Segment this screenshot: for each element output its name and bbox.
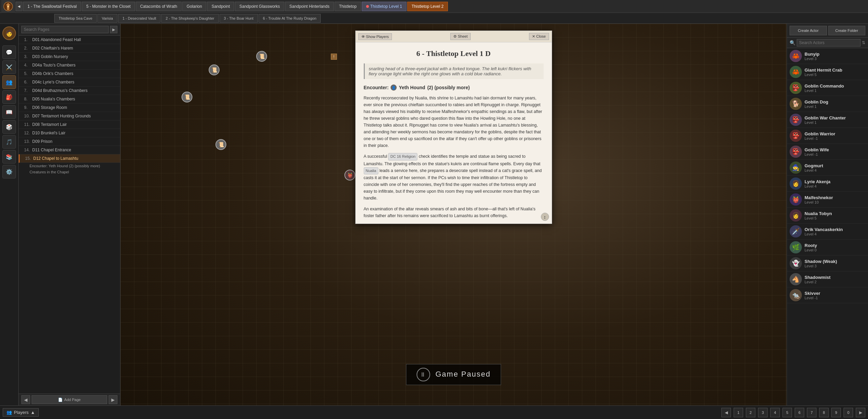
actor-item-12[interactable]: 🌿 Rooty Level 0 <box>787 240 868 255</box>
actor-item-10[interactable]: 👩 Nualia Tobyn Level 5 <box>787 208 868 224</box>
tab-thistletop-level1[interactable]: Thistletop Level 1 <box>362 2 407 11</box>
actor-item-0[interactable]: 🦀 Bunyip Level 3 <box>787 48 868 64</box>
tab-hinterlands[interactable]: Sandpoint Hinterlands <box>285 2 334 11</box>
actor-item-14[interactable]: 🐴 Shadowmist Level 2 <box>787 271 868 287</box>
tab-thistletop[interactable]: Thistletop <box>335 2 361 11</box>
actor-name-9: Malfeshnekor <box>805 195 865 200</box>
app-logo[interactable] <box>1 0 15 13</box>
sub-tab-rusty-dragon[interactable]: 6 - Trouble At The Rusty Dragon <box>259 14 321 23</box>
actor-item-8[interactable]: 👩 Lyrie Akenja Level 4 <box>787 176 868 192</box>
actor-item-11[interactable]: 🗡️ Orik Vancaskerkin Level 4 <box>787 224 868 240</box>
zoom-5[interactable]: 5 <box>782 408 792 417</box>
actor-info-10: Nualia Tobyn Level 5 <box>805 211 865 220</box>
actor-item-9[interactable]: 👹 Malfeshnekor Level 10 <box>787 192 868 208</box>
journal-sub-creatures[interactable]: Creatures in the Chapel <box>19 169 120 175</box>
zoom-2[interactable]: 2 <box>746 408 755 417</box>
actor-item-2[interactable]: 👺 Goblin Commando Level 1 <box>787 80 868 96</box>
sub-tab-sea-cave[interactable]: Thistletop Sea Cave <box>54 14 97 23</box>
actor-avatar-5: 👺 <box>790 130 802 142</box>
actor-item-5[interactable]: 👺 Goblin Warrior Level -1 <box>787 128 868 144</box>
map-nav-prev[interactable]: ◀ <box>721 408 731 417</box>
tab-glassworks[interactable]: Sandpoint Glassworks <box>235 2 284 11</box>
sidebar-playlists[interactable]: 🎵 <box>2 135 16 149</box>
players-button[interactable]: 👥 Players ▲ <box>3 408 39 417</box>
sidebar-actors[interactable]: 👥 <box>2 75 16 89</box>
map-token-2[interactable]: 📜 <box>256 51 267 62</box>
create-actor-button[interactable]: Create Actor <box>790 26 827 35</box>
journal-next-btn[interactable]: ▶ <box>109 395 117 404</box>
sidebar-chat[interactable]: 💬 <box>2 45 16 59</box>
zoom-9[interactable]: 9 <box>831 408 841 417</box>
journal-item-13[interactable]: 13. D09 Prison <box>19 137 120 146</box>
actor-item-3[interactable]: 🐕 Goblin Dog Level 1 <box>787 96 868 112</box>
sub-tab-boar-hunt[interactable]: 3 - The Boar Hunt <box>220 14 258 23</box>
map-token-1[interactable]: 📜 <box>209 64 220 75</box>
sheet-button[interactable]: ⚙ Sheet <box>450 33 471 40</box>
journal-sub-encounter[interactable]: Encounter: Yeth Hound (2) (possibly more… <box>19 163 120 169</box>
zoom-3[interactable]: 3 <box>758 408 768 417</box>
actor-avatar-6: 👺 <box>790 146 802 158</box>
sidebar-settings[interactable]: ⚙️ <box>2 165 16 178</box>
sub-tab-desecrated-vault[interactable]: 1 - Desecrated Vault <box>118 14 161 23</box>
journal-item-10[interactable]: 10. D07 Tentamort Hunting Grounds <box>19 112 120 120</box>
actor-level-10: Level 5 <box>805 216 865 220</box>
user-avatar[interactable]: 🧑 <box>2 26 16 40</box>
journal-item-12[interactable]: 12. D10 Brunkel's Lair <box>19 129 120 137</box>
journal-item-9[interactable]: 9. D06 Storage Room <box>19 103 120 112</box>
journal-item-3[interactable]: 3. D03 Goblin Nursery <box>19 53 120 61</box>
journal-item-1[interactable]: 1. D01 Abandoned Feast Hall <box>19 36 120 44</box>
zoom-0[interactable]: 0 <box>844 408 853 417</box>
doc-scroll-handle[interactable]: ↕ <box>541 213 549 221</box>
journal-item-5[interactable]: 5. D04b Orik's Chambers <box>19 70 120 78</box>
tab-scroll-left[interactable]: ◀ <box>16 2 22 11</box>
actor-item-1[interactable]: 🦀 Giant Hermit Crab Level 5 <box>787 64 868 80</box>
show-players-button[interactable]: 👁 Show Players <box>358 33 392 40</box>
actor-name-14: Shadowmist <box>805 275 865 280</box>
tab-monster-closet[interactable]: 5 - Monster in the Closet <box>82 2 135 11</box>
tab-sandpoint[interactable]: Sandpoint <box>207 2 234 11</box>
zoom-7[interactable]: 7 <box>807 408 816 417</box>
tab-thistletop-level2[interactable]: Thistletop Level 2 <box>407 2 448 11</box>
sort-icon[interactable]: ⇅ <box>862 40 865 45</box>
map-token-3[interactable]: 📜 <box>182 92 192 102</box>
journal-item-6[interactable]: 6. D04c Lyrie's Chambers <box>19 78 120 87</box>
journal-item-15[interactable]: 15. D12 Chapel to Lamashtu <box>19 154 120 163</box>
map-nav-next[interactable]: ▶ <box>856 408 865 417</box>
journal-item-2[interactable]: 2. D02 Chieftain's Harem <box>19 44 120 53</box>
zoom-1[interactable]: 1 <box>734 408 743 417</box>
sub-tab-varisia[interactable]: Varisia <box>97 14 117 23</box>
sub-tab-shopkeep[interactable]: 2 - The Shopkeep's Daughter <box>161 14 219 23</box>
search-actors-input[interactable] <box>797 39 861 46</box>
actor-item-4[interactable]: 👺 Goblin War Chanter Level 1 <box>787 112 868 128</box>
tab-catacombs[interactable]: Catacombs of Wrath <box>136 2 182 11</box>
journal-item-7[interactable]: 7. D04d Bruthazmus's Chambers <box>19 87 120 95</box>
zoom-8[interactable]: 8 <box>819 408 829 417</box>
journal-expand-btn[interactable]: ▶ <box>110 26 117 33</box>
journal-item-8[interactable]: 8. D05 Nualia's Chambers <box>19 95 120 103</box>
actor-item-13[interactable]: 👻 Shadow (Weak) Level 3 <box>787 255 868 271</box>
add-page-button[interactable]: 📄 Add Page <box>32 395 107 404</box>
actor-level-11: Level 4 <box>805 232 865 236</box>
actor-item-7[interactable]: 🧙 Gogmurt Level 4 <box>787 160 868 176</box>
actor-item-15[interactable]: 🐀 Skivver Level -1 <box>787 287 868 303</box>
sidebar-combat[interactable]: ⚔️ <box>2 60 16 74</box>
zoom-4[interactable]: 4 <box>770 408 780 417</box>
sidebar-tables[interactable]: 🎲 <box>2 120 16 134</box>
map-token-4[interactable]: 📜 <box>215 139 226 150</box>
sidebar-items[interactable]: 🎒 <box>2 90 16 104</box>
journal-item-4[interactable]: 4. D04a Tsuto's Chambers <box>19 61 120 70</box>
map-note-1[interactable]: ! <box>331 54 337 60</box>
close-document-button[interactable]: ✕ Close <box>529 33 549 40</box>
tab-golarion[interactable]: Golarion <box>182 2 206 11</box>
journal-prev-btn[interactable]: ◀ <box>21 395 30 404</box>
zoom-6[interactable]: 6 <box>795 408 804 417</box>
journal-item-14[interactable]: 14. D11 Chapel Entrance <box>19 146 120 154</box>
map-token-creature[interactable]: 👹 <box>344 170 355 180</box>
actor-item-6[interactable]: 👺 Goblin Wife Level -1 <box>787 144 868 160</box>
create-folder-button[interactable]: Create Folder <box>828 26 866 35</box>
sidebar-compendium[interactable]: 📚 <box>2 150 16 164</box>
tab-swallowtail[interactable]: 1 - The Swallowtail Festival <box>23 2 81 11</box>
search-pages-input[interactable] <box>21 26 109 33</box>
journal-item-11[interactable]: 11. D08 Tentamort Lair <box>19 120 120 129</box>
sidebar-journal[interactable]: 📖 <box>2 105 16 119</box>
